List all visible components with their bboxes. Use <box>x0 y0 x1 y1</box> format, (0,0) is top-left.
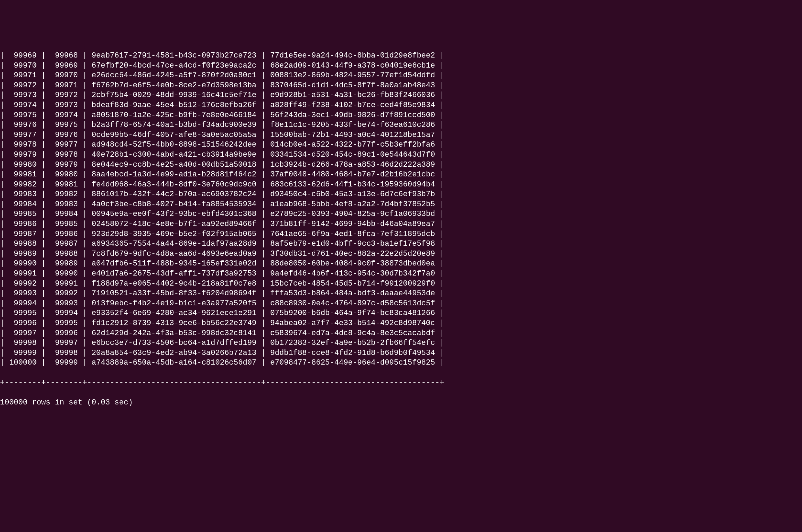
table-rows-container: | 99969 | 99968 | 9eab7617-2791-4581-b43… <box>0 51 802 368</box>
table-row: | 99972 | 99971 | f6762b7d-e6f5-4e0b-8ce… <box>0 81 802 91</box>
table-row: | 99980 | 99979 | 8e044ec9-cc8b-4e25-a40… <box>0 160 802 170</box>
table-row: | 100000 | 99999 | a743889a-650a-45db-a1… <box>0 358 802 368</box>
table-row: | 99998 | 99997 | e6bcc3e7-d733-4506-bc6… <box>0 338 802 348</box>
table-row: | 99983 | 99982 | 8861017b-432f-44c2-b70… <box>0 190 802 200</box>
table-row: | 99979 | 99978 | 40e728b1-c300-4abd-a42… <box>0 150 802 160</box>
table-row: | 99971 | 99970 | e26dcc64-486d-4245-a5f… <box>0 71 802 81</box>
table-row: | 99995 | 99994 | e93352f4-6e69-4280-ac3… <box>0 308 802 319</box>
table-row: | 99997 | 99996 | 62d1429d-242a-4f3a-b53… <box>0 329 802 339</box>
terminal-output: | 99969 | 99968 | 9eab7617-2791-4581-b43… <box>0 41 802 427</box>
table-row: | 99988 | 99987 | a6934365-7554-4a44-869… <box>0 239 802 249</box>
table-row: | 99994 | 99993 | 013f9ebc-f4b2-4e19-b1c… <box>0 299 802 309</box>
table-row: | 99999 | 99998 | 20a8a854-63c9-4ed2-ab9… <box>0 348 802 358</box>
table-row: | 99981 | 99980 | 8aa4ebcd-1a3d-4e99-ad1… <box>0 170 802 180</box>
table-row: | 99975 | 99974 | a8051870-1a2e-425c-b9f… <box>0 111 802 121</box>
table-row: | 99973 | 99972 | 2cbf75b4-0029-48dd-993… <box>0 90 802 101</box>
table-row: | 99996 | 99995 | fd1c2912-8739-4313-9ce… <box>0 319 802 329</box>
table-row: | 99970 | 99969 | 67efbf20-4bcd-47ce-a4c… <box>0 61 802 71</box>
table-row: | 99977 | 99976 | 0cde99b5-46df-4057-afe… <box>0 130 802 140</box>
table-row: | 99976 | 99975 | b2a3ff78-6574-40a1-b3b… <box>0 120 802 130</box>
table-row: | 99974 | 99973 | bdeaf83d-9aae-45e4-b51… <box>0 101 802 111</box>
table-row: | 99990 | 99989 | a047dfb6-511f-488b-934… <box>0 259 802 269</box>
table-row: | 99978 | 99977 | ad948cd4-52f5-4bb0-889… <box>0 140 802 150</box>
result-summary: 100000 rows in set (0.03 sec) <box>0 398 802 408</box>
table-row: | 99989 | 99988 | 7c8fd679-9dfc-4d8a-aa6… <box>0 249 802 259</box>
table-row: | 99969 | 99968 | 9eab7617-2791-4581-b43… <box>0 51 802 61</box>
table-row: | 99984 | 99983 | 4a0cf3be-c8b8-4027-b41… <box>0 200 802 210</box>
table-row: | 99992 | 99991 | f188d97a-e065-4402-9c4… <box>0 279 802 289</box>
table-row: | 99993 | 99992 | 71910521-a33f-45bd-8f3… <box>0 289 802 299</box>
table-separator: +--------+--------+---------------------… <box>0 378 802 388</box>
table-row: | 99991 | 99990 | e401d7a6-2675-43df-aff… <box>0 269 802 279</box>
table-row: | 99986 | 99985 | 02458072-418c-4e8e-b7f… <box>0 219 802 229</box>
table-row: | 99985 | 99984 | 00945e9a-ee0f-43f2-93b… <box>0 209 802 219</box>
table-row: | 99987 | 99986 | 923d29d8-3935-469e-b5e… <box>0 229 802 239</box>
table-row: | 99982 | 99981 | fe4dd068-46a3-444b-8df… <box>0 180 802 190</box>
